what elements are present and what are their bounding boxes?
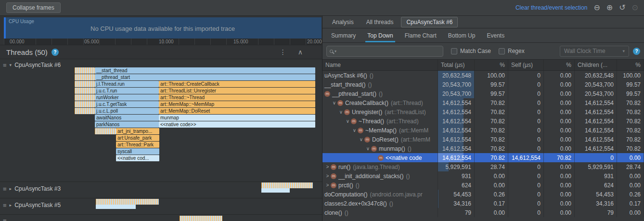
flame-call-segment[interactable]: <<native cod...	[116, 155, 159, 161]
subtab-top-down[interactable]: Top Down	[361, 28, 399, 42]
chevron-down-icon[interactable]: ∨	[351, 128, 358, 133]
match-case-option[interactable]: Match Case	[451, 48, 491, 54]
regex-option[interactable]: Regex	[499, 48, 525, 54]
flame-preview[interactable]	[261, 188, 290, 193]
column-header-[interactable]: %	[475, 60, 508, 70]
table-row[interactable]: uAsyncTask #6()()20,632,548100.0000.0020…	[322, 71, 644, 80]
drag-handle-icon[interactable]: ≡	[3, 62, 7, 69]
chevron-down-icon[interactable]: ∨	[338, 109, 344, 115]
table-row[interactable]: m__pthread_start()()20,543,70099.5700.00…	[322, 89, 644, 98]
chevron-right-icon[interactable]: ▸	[10, 203, 12, 208]
drag-handle-icon[interactable]: ≡	[3, 217, 7, 221]
flame-call-segment[interactable]: j.u.c.L.poll	[95, 108, 159, 114]
chevron-right-icon[interactable]: ▸	[10, 186, 12, 191]
table-row[interactable]: >m__init_additional_stacks()()9310.0000.…	[322, 171, 644, 181]
flame-multicolor-segment[interactable]	[75, 94, 95, 101]
chevron-down-icon[interactable]: ∨	[331, 100, 337, 105]
search-options-arrow-icon[interactable]: ▾	[335, 49, 336, 53]
subtab-summary[interactable]: Summary	[325, 28, 361, 42]
drag-handle-icon[interactable]: ≡	[3, 202, 7, 209]
subtab-events[interactable]: Events	[481, 28, 510, 42]
regex-checkbox[interactable]	[499, 48, 505, 54]
chevron-down-icon[interactable]: ∨	[365, 146, 371, 151]
flame-preview[interactable]	[96, 205, 136, 209]
flame-call-segment[interactable]: art::Thread::~Thread	[159, 94, 315, 101]
thread-row-cpuasynctask-5[interactable]: ≡ ▸ CpuAsyncTask #5	[0, 201, 61, 209]
thread-row-cpuasynctask-3[interactable]: ≡ ▸ CpuAsyncTask #3	[0, 185, 61, 193]
flame-call-segment[interactable]: art::MemMap::DoReset	[159, 108, 315, 114]
table-row[interactable]: doComputation()(android.com.java.pr54,45…	[322, 190, 644, 199]
table-row[interactable]: >mrun()(java.lang.Thread)5,929,59128.740…	[322, 162, 644, 171]
flame-call-segment[interactable]: j.u.c.T.getTask	[95, 101, 159, 107]
table-row[interactable]: >mprctl()()6240.0000.006240.00	[322, 181, 644, 190]
chevron-down-icon[interactable]: ▾	[10, 63, 12, 67]
table-row[interactable]: ∨m~MemMap()(art::MemM14,612,55470.8200.0…	[322, 126, 644, 135]
flame-call-segment[interactable]: runWorker	[95, 94, 159, 101]
table-row[interactable]: ∨mUnregister()(art::ThreadList)14,612,55…	[322, 107, 644, 117]
cpu-usage-chart[interactable]: CPU Usage No CPU usage data available fo…	[4, 17, 322, 39]
kebab-menu-icon[interactable]: ⋮	[280, 48, 286, 56]
table-row[interactable]: clone()()790.0000.00790.00	[322, 208, 644, 217]
table-row[interactable]: ∨mmunmap()()14,612,55470.8200.0014,612,5…	[322, 144, 644, 153]
table-row[interactable]: __start_thread()()20,543,70099.5700.0020…	[322, 80, 644, 89]
flame-preview[interactable]	[180, 216, 222, 221]
flame-call-segment[interactable]: art::Thread::CreateCallback	[159, 81, 315, 87]
column-header-self-s[interactable]: Self (µs)	[508, 60, 544, 70]
collapse-section-icon[interactable]: ∧	[298, 48, 303, 56]
flame-call-segment[interactable]: j.l.Thread.run	[95, 81, 159, 87]
subtab-flame-chart[interactable]: Flame Chart	[399, 28, 442, 42]
zoom-in-icon[interactable]: ⊕	[606, 4, 613, 12]
flame-call-segment[interactable]: art:Unsafe_park	[116, 135, 159, 141]
flame-multicolor-segment[interactable]	[75, 81, 95, 87]
tab-cpuasynctask-6[interactable]: CpuAsyncTask #6	[401, 17, 458, 27]
reset-zoom-icon[interactable]: ↺	[619, 4, 625, 12]
flame-call-segment[interactable]: j.u.c.T.run	[95, 88, 159, 94]
clock-type-dropdown[interactable]: Wall Clock Time ▾	[560, 46, 629, 57]
timeline-ruler[interactable]: 00.00005.00010.00015.00020.000	[4, 39, 322, 45]
thread-row-partial[interactable]: ≡	[0, 217, 7, 221]
flame-multicolor-segment[interactable]	[75, 74, 95, 80]
flame-call-segment[interactable]: art::MemMap::~MemMap	[159, 101, 315, 107]
flame-call-segment[interactable]: <<native code>>	[159, 121, 315, 128]
help-icon[interactable]: ?	[633, 48, 640, 55]
table-row[interactable]: ∨m<<native code14,612,55470.8214,612,554…	[322, 153, 644, 162]
chevron-down-icon[interactable]: ∨	[345, 118, 351, 124]
flame-call-segment[interactable]: art::ThreadList::Unregister	[159, 88, 315, 94]
flame-multicolor-segment[interactable]	[75, 67, 95, 74]
collapse-frames-button[interactable]: Collapse frames	[6, 2, 61, 13]
column-header-[interactable]: %	[617, 60, 644, 70]
thread-row-cpuasynctask-6[interactable]: ≡ ▾ CpuAsyncTask #6	[0, 61, 61, 69]
flame-call-segment[interactable]: syscall	[116, 148, 159, 155]
column-header-children[interactable]: Children (...	[575, 60, 617, 70]
flame-preview[interactable]	[96, 199, 159, 205]
column-header-[interactable]: %	[544, 60, 575, 70]
table-row[interactable]: ∨mDoReset()(art::MemM14,612,55470.8200.0…	[322, 135, 644, 144]
subtab-bottom-up[interactable]: Bottom Up	[442, 28, 481, 42]
column-header-name[interactable]: Name	[322, 60, 438, 70]
flame-call-segment[interactable]: awaitNanos	[95, 115, 159, 121]
flame-call-segment[interactable]: parkNanos	[95, 121, 159, 128]
search-input[interactable]	[338, 48, 440, 54]
clear-selection-link[interactable]: Clear thread/event selection	[515, 4, 587, 11]
flame-multicolor-segment[interactable]	[95, 128, 116, 134]
flame-call-segment[interactable]: __start_thread	[95, 67, 315, 74]
flame-multicolor-segment[interactable]	[75, 101, 95, 107]
tab-analysis[interactable]: Analysis	[327, 17, 359, 27]
chevron-right-icon[interactable]: >	[324, 173, 331, 179]
table-row[interactable]: ∨mCreateCallback()(art::Thread)14,612,55…	[322, 98, 644, 107]
drag-handle-icon[interactable]: ≡	[3, 185, 7, 193]
flame-call-segment[interactable]: art::Thread::Park	[116, 142, 159, 148]
tab-all-threads[interactable]: All threads	[361, 17, 399, 27]
search-box[interactable]: ▾	[326, 46, 443, 57]
flame-call-segment[interactable]: art_jni_trampo...	[116, 128, 159, 134]
column-header-total-s[interactable]: Total (µs)	[438, 60, 475, 70]
help-icon[interactable]: ?	[52, 49, 59, 56]
chevron-right-icon[interactable]: >	[324, 164, 331, 169]
flame-multicolor-segment[interactable]	[75, 88, 95, 94]
flame-call-segment[interactable]: __pthread_start	[95, 74, 315, 80]
table-row[interactable]: ∨m~Thread()(art::Thread)14,612,55470.820…	[322, 117, 644, 126]
flame-call-segment[interactable]: munmap	[159, 115, 315, 121]
chevron-down-icon[interactable]: ∨	[358, 137, 364, 142]
chevron-right-icon[interactable]: >	[324, 182, 331, 188]
flame-multicolor-segment[interactable]	[75, 108, 95, 114]
